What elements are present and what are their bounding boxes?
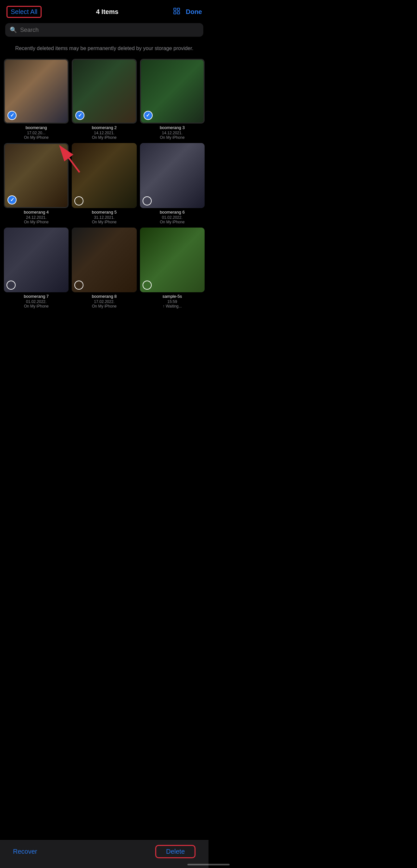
- grid-item-2[interactable]: ✓boomerang 214.12.2021.On My iPhone: [72, 59, 136, 140]
- selection-circle-3[interactable]: ✓: [144, 111, 153, 120]
- item-location-4: On My iPhone: [24, 220, 49, 224]
- thumbnail-2: ✓: [72, 59, 136, 124]
- item-name-2: boomerang 2: [92, 125, 117, 130]
- thumbnail-4: ✓: [4, 143, 69, 208]
- selection-circle-4[interactable]: ✓: [7, 195, 16, 205]
- item-name-5: boomerang 5: [92, 210, 117, 215]
- thumbnail-3: ✓: [140, 59, 205, 124]
- item-name-1: boomerang: [26, 125, 47, 130]
- search-bar: 🔍: [5, 23, 203, 37]
- svg-rect-3: [177, 12, 180, 14]
- grid-item-8[interactable]: boomerang 817.02.2022.On My iPhone: [72, 227, 136, 309]
- select-all-button[interactable]: Select All: [11, 8, 37, 16]
- item-location-2: On My iPhone: [92, 135, 116, 140]
- grid-item-4[interactable]: ✓boomerang 424.12.2021.On My iPhone: [4, 143, 69, 224]
- svg-rect-0: [174, 8, 176, 10]
- svg-rect-1: [177, 8, 180, 10]
- item-location-9: ↑ Waiting...: [163, 304, 182, 309]
- item-name-4: boomerang 4: [24, 210, 49, 215]
- check-mark-3: ✓: [146, 113, 150, 118]
- thumbnail-5: [72, 143, 136, 208]
- thumbnail-8: [72, 227, 136, 292]
- item-date-5: 31.12.2021.: [94, 215, 114, 220]
- item-location-3: On My iPhone: [160, 135, 184, 140]
- item-location-8: On My iPhone: [92, 304, 116, 309]
- check-mark-1: ✓: [10, 113, 14, 118]
- page-title: 4 Items: [96, 8, 118, 16]
- selection-circle-7[interactable]: [6, 281, 15, 290]
- item-date-4: 24.12.2021.: [26, 215, 46, 220]
- item-name-3: boomerang 3: [160, 125, 185, 130]
- grid-layout: ✓boomerang17.02.20...On My iPhone✓boomer…: [4, 59, 205, 309]
- item-location-5: On My iPhone: [92, 220, 116, 224]
- grid-item-7[interactable]: boomerang 701.02.2022.On My iPhone: [4, 227, 69, 309]
- item-location-7: On My iPhone: [24, 304, 49, 309]
- svg-rect-2: [174, 12, 176, 14]
- header: Select All 4 Items Done: [0, 0, 209, 21]
- item-date-6: 01.02.2022.: [162, 215, 182, 220]
- check-mark-2: ✓: [78, 113, 82, 118]
- item-location-6: On My iPhone: [160, 220, 184, 224]
- item-location-1: On My iPhone: [24, 135, 49, 140]
- header-right-controls: Done: [173, 7, 202, 17]
- search-icon: 🔍: [10, 26, 17, 33]
- item-name-8: boomerang 8: [92, 294, 117, 299]
- check-mark-4: ✓: [10, 197, 14, 203]
- item-name-7: boomerang 7: [24, 294, 49, 299]
- item-date-1: 17.02.20...: [27, 131, 45, 135]
- item-date-3: 14.12.2021.: [162, 131, 182, 135]
- item-date-8: 17.02.2022.: [94, 300, 114, 304]
- grid-item-5[interactable]: boomerang 531.12.2021.On My iPhone: [72, 143, 136, 224]
- thumbnail-6: [140, 143, 205, 208]
- search-input[interactable]: [20, 27, 199, 33]
- thumbnail-9: [140, 227, 205, 292]
- item-date-9: 15:59: [167, 300, 177, 304]
- files-grid: ✓boomerang17.02.20...On My iPhone✓boomer…: [0, 59, 209, 315]
- done-button[interactable]: Done: [186, 8, 202, 16]
- selection-circle-6[interactable]: [143, 196, 152, 206]
- grid-item-6[interactable]: boomerang 601.02.2022.On My iPhone: [140, 143, 205, 224]
- grid-item-9[interactable]: sample-5s15:59↑ Waiting...: [140, 227, 205, 309]
- selection-circle-5[interactable]: [74, 196, 83, 206]
- grid-item-1[interactable]: ✓boomerang17.02.20...On My iPhone: [4, 59, 69, 140]
- item-date-7: 01.02.2022.: [26, 300, 46, 304]
- select-all-highlight: Select All: [6, 6, 42, 18]
- thumbnail-7: [4, 227, 69, 292]
- notice-text: Recently deleted items may be permanentl…: [0, 40, 209, 59]
- item-date-2: 14.12.2021.: [94, 131, 114, 135]
- item-name-9: sample-5s: [162, 294, 182, 299]
- grid-item-3[interactable]: ✓boomerang 314.12.2021.On My iPhone: [140, 59, 205, 140]
- thumbnail-1: ✓: [4, 59, 69, 124]
- selection-circle-9[interactable]: [143, 281, 152, 290]
- item-name-6: boomerang 6: [160, 210, 185, 215]
- grid-view-icon[interactable]: [173, 7, 181, 17]
